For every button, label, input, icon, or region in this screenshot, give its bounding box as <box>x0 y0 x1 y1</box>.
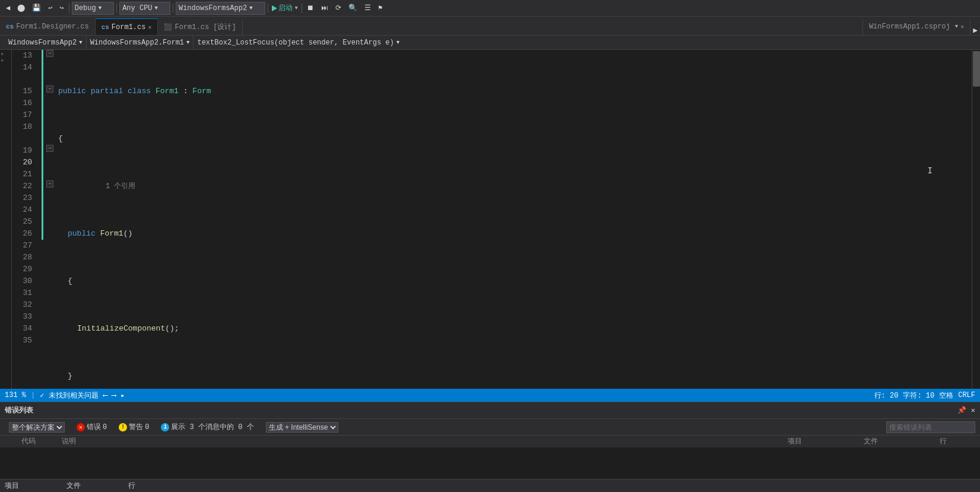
build-btn[interactable]: 生成 + IntelliSense <box>262 420 342 434</box>
code-area[interactable]: 13 14 15 16 17 18 19 20 21 22 23 24 25 2… <box>12 50 980 389</box>
scrollbar-thumb[interactable] <box>973 51 980 87</box>
linenum-31: 31 <box>12 287 37 299</box>
error-table: 代码 说明 项目 文件 行 <box>0 436 980 479</box>
message-filter-btn[interactable]: i 展示 3 个消息中的 0 个 <box>157 420 258 434</box>
scope-select[interactable]: 整个解决方案 <box>9 422 65 433</box>
editor-container: 13 14 15 16 17 18 19 20 21 22 23 24 25 2… <box>12 50 980 389</box>
kw-partial: partial <box>91 85 123 97</box>
tab-form1design[interactable]: ⬛ Form1.cs [设计] <box>158 18 242 35</box>
warning-icon: ! <box>119 423 127 431</box>
warning-filter-btn[interactable]: ! 警告 0 <box>115 420 153 434</box>
toolbar-icon1[interactable]: ⏹ <box>303 0 318 16</box>
toolbar-save-all[interactable]: 💾 <box>28 0 45 16</box>
run-button[interactable]: 启动 ▼ <box>269 3 300 13</box>
top-toolbar: ◀ ⬤ 💾 ↩ ↪ Debug ▼ Any CPU ▼ WindowsForms… <box>0 0 980 17</box>
cpu-dropdown[interactable]: Any CPU ▼ <box>119 2 170 15</box>
code-line-18: } <box>58 370 972 382</box>
tab-close-csproj[interactable]: ✕ <box>960 23 964 30</box>
linenum-13: 13 <box>12 50 37 62</box>
right-scrollbar[interactable] <box>972 50 980 389</box>
linenum-29: 29 <box>12 264 37 275</box>
build-select[interactable]: 生成 + IntelliSense <box>266 422 338 433</box>
code-line-15: public Form1() <box>58 228 972 240</box>
toolbar-icon5[interactable]: ☰ <box>361 0 375 16</box>
linenum-ref2 <box>12 133 37 145</box>
toolbar-icon6[interactable]: ⚑ <box>375 0 386 16</box>
bottom-line-label: 行 <box>128 481 135 491</box>
toolbar-icon2[interactable]: ⏭ <box>318 0 332 16</box>
status-zoom[interactable]: 131 % <box>5 391 26 399</box>
code-content[interactable]: public partial class Form1 : Form { 1 个引… <box>56 50 972 389</box>
code-line-16: { <box>58 275 972 287</box>
status-lineend: CRLF <box>958 391 975 399</box>
fold-btn-15[interactable]: − <box>46 85 53 93</box>
close-panel-btn[interactable]: ✕ <box>971 406 975 415</box>
linenum-18: 18 <box>12 121 37 133</box>
toolbar-sep1 <box>69 4 69 13</box>
left-icon-2: ▶ <box>1 58 10 63</box>
tab-form1[interactable]: cs Form1.cs ✕ <box>96 18 158 35</box>
toolbar-redo[interactable]: ↪ <box>56 0 67 16</box>
toolbar-menu-back[interactable]: ◀ <box>2 0 14 16</box>
col-project: 项目 <box>788 436 859 446</box>
tab-label-form1design: Form1.cs [设计] <box>175 22 236 32</box>
tab-close-form1[interactable]: ✕ <box>148 24 151 31</box>
status-col: 字符: 10 <box>903 391 934 401</box>
tab-design-icon: ⬛ <box>164 23 172 31</box>
fold-btn-13[interactable]: − <box>46 50 53 57</box>
tab-form1designer[interactable]: cs Form1.Designer.cs <box>0 18 96 35</box>
cpu-label: Any CPU <box>122 4 152 12</box>
toolbar-menu-g[interactable]: ⬤ <box>14 0 28 16</box>
debug-dropdown[interactable]: Debug ▼ <box>72 2 114 15</box>
doc-info-right[interactable]: textBox2_LostFocus(object sender, EventA… <box>194 36 403 49</box>
error-toolbar: 整个解决方案 ✕ 错误 0 ! 警告 0 i 展示 3 个消息中的 0 个 生成… <box>0 419 980 436</box>
code-line-13: public partial class Form1 : Form <box>58 85 972 97</box>
toolbar-icon3[interactable]: ⟳ <box>332 0 345 16</box>
status-row: 行: 20 <box>874 391 899 401</box>
doc-info-middle-label: WindowsFormsApp2.Form1 <box>90 39 184 47</box>
debug-label: Debug <box>75 4 96 12</box>
fold-btn-19[interactable]: − <box>46 145 53 152</box>
status-nav[interactable]: ⟵ ⟶ <box>103 391 116 400</box>
error-count: 0 <box>103 423 107 431</box>
status-char: 空格 <box>939 391 953 401</box>
kw-public-13: public <box>58 85 86 97</box>
col-code: 代码 <box>21 436 57 446</box>
linenum-15: 15 <box>12 85 37 97</box>
toolbar-sep3 <box>173 4 173 13</box>
brace-close-18: } <box>68 370 72 382</box>
doc-info-middle[interactable]: WindowsFormsApp2.Form1 ▼ <box>87 36 194 49</box>
status-scroll[interactable]: ▸ <box>120 391 125 400</box>
doc-info-row: WindowsFormsApp2 ▼ WindowsFormsApp2.Form… <box>0 36 980 50</box>
punct-colon: : <box>183 85 188 97</box>
tab-label-csproj: WinFormsApp1.csproj <box>869 23 950 31</box>
tab-csproj[interactable]: WinFormsApp1.csproj ▼ ✕ <box>862 18 971 35</box>
toolbar-undo[interactable]: ↩ <box>45 0 56 16</box>
pin-btn[interactable]: 📌 <box>957 406 966 415</box>
code-line-17: InitializeComponent(); <box>58 323 972 335</box>
doc-info-left[interactable]: WindowsFormsApp2 ▼ <box>5 36 87 49</box>
tab-nav-right[interactable]: ▶ <box>971 26 980 35</box>
linenum-16: 16 <box>12 97 37 109</box>
linenum-14: 14 <box>12 62 37 74</box>
method-initcomp: InitializeComponent <box>77 323 165 335</box>
error-search-input[interactable] <box>886 421 975 433</box>
error-filter-btn[interactable]: ✕ 错误 0 <box>72 420 111 434</box>
project-dropdown[interactable]: WindowsFormsApp2 ▼ <box>176 2 265 15</box>
fold-btn-22[interactable]: − <box>46 180 53 188</box>
warning-label: 警告 <box>129 422 143 432</box>
paren-15: () <box>123 228 133 240</box>
paren-17: (); <box>165 323 179 335</box>
linenum-33: 33 <box>12 311 37 323</box>
status-bar: 131 % | ✓ 未找到相关问题 ⟵ ⟶ ▸ 行: 20 字符: 10 空格 … <box>0 389 980 402</box>
toolbar-sep4 <box>268 4 268 13</box>
linenum-28: 28 <box>12 252 37 264</box>
kw-class: class <box>128 85 151 97</box>
status-sep1: | <box>31 391 35 399</box>
code-line-14: { <box>58 133 972 145</box>
modified-bar <box>42 50 43 240</box>
linenum-19: 19 <box>12 145 37 157</box>
scope-filter[interactable]: 整个解决方案 <box>5 420 69 434</box>
error-icon: ✕ <box>77 423 85 431</box>
toolbar-icon4[interactable]: 🔍 <box>345 0 361 16</box>
